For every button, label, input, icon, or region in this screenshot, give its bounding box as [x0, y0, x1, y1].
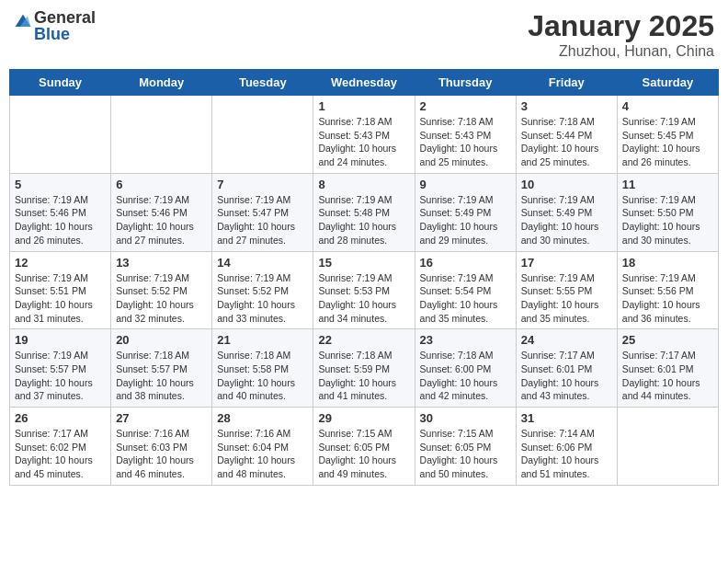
day-info: Sunrise: 7:17 AM Sunset: 6:01 PM Dayligh… — [521, 349, 612, 403]
day-number: 12 — [15, 256, 106, 270]
calendar-week-row: 19Sunrise: 7:19 AM Sunset: 5:57 PM Dayli… — [10, 329, 719, 408]
day-number: 14 — [217, 256, 308, 270]
weekday-header-cell: Tuesday — [212, 70, 313, 96]
day-number: 10 — [521, 178, 612, 191]
weekday-header-cell: Friday — [516, 70, 617, 96]
day-number: 20 — [116, 333, 207, 347]
location-text: Zhuzhou, Hunan, China — [528, 43, 714, 60]
day-info: Sunrise: 7:19 AM Sunset: 5:47 PM Dayligh… — [217, 193, 308, 247]
day-info: Sunrise: 7:14 AM Sunset: 6:06 PM Dayligh… — [521, 427, 612, 481]
calendar-cell: 8Sunrise: 7:19 AM Sunset: 5:48 PM Daylig… — [313, 173, 415, 251]
day-number: 22 — [318, 333, 409, 347]
day-number: 25 — [622, 333, 713, 347]
calendar-cell: 27Sunrise: 7:16 AM Sunset: 6:03 PM Dayli… — [111, 408, 212, 486]
calendar-cell: 16Sunrise: 7:19 AM Sunset: 5:54 PM Dayli… — [415, 251, 516, 329]
calendar-cell — [617, 408, 718, 486]
calendar-cell: 2Sunrise: 7:18 AM Sunset: 5:43 PM Daylig… — [415, 96, 516, 174]
calendar-cell: 26Sunrise: 7:17 AM Sunset: 6:02 PM Dayli… — [10, 408, 111, 486]
calendar-cell: 15Sunrise: 7:19 AM Sunset: 5:53 PM Dayli… — [313, 251, 415, 329]
day-number: 30 — [420, 411, 511, 425]
day-number: 3 — [521, 99, 612, 113]
day-number: 16 — [420, 256, 511, 270]
calendar-cell: 29Sunrise: 7:15 AM Sunset: 6:05 PM Dayli… — [313, 408, 415, 486]
day-info: Sunrise: 7:19 AM Sunset: 5:50 PM Dayligh… — [622, 193, 713, 247]
day-number: 8 — [318, 178, 409, 191]
calendar-cell: 1Sunrise: 7:18 AM Sunset: 5:43 PM Daylig… — [313, 96, 415, 174]
month-title: January 2025 — [528, 9, 714, 43]
calendar-cell: 5Sunrise: 7:19 AM Sunset: 5:46 PM Daylig… — [10, 173, 111, 251]
day-number: 24 — [521, 333, 612, 347]
day-number: 19 — [15, 333, 106, 347]
day-info: Sunrise: 7:17 AM Sunset: 6:02 PM Dayligh… — [15, 427, 106, 481]
day-info: Sunrise: 7:16 AM Sunset: 6:03 PM Dayligh… — [116, 427, 207, 481]
day-info: Sunrise: 7:18 AM Sunset: 5:58 PM Dayligh… — [217, 349, 308, 403]
day-number: 11 — [622, 178, 713, 191]
calendar-week-row: 26Sunrise: 7:17 AM Sunset: 6:02 PM Dayli… — [10, 408, 719, 486]
weekday-header-cell: Wednesday — [313, 70, 415, 96]
day-number: 29 — [318, 411, 409, 425]
day-number: 1 — [318, 99, 409, 113]
day-info: Sunrise: 7:19 AM Sunset: 5:48 PM Dayligh… — [318, 193, 409, 247]
calendar-week-row: 12Sunrise: 7:19 AM Sunset: 5:51 PM Dayli… — [10, 251, 719, 329]
day-number: 17 — [521, 256, 612, 270]
day-info: Sunrise: 7:19 AM Sunset: 5:49 PM Dayligh… — [420, 193, 511, 247]
calendar-cell: 23Sunrise: 7:18 AM Sunset: 6:00 PM Dayli… — [415, 329, 516, 408]
weekday-header-row: SundayMondayTuesdayWednesdayThursdayFrid… — [10, 70, 719, 96]
calendar-cell: 4Sunrise: 7:19 AM Sunset: 5:45 PM Daylig… — [617, 96, 718, 174]
calendar-cell: 24Sunrise: 7:17 AM Sunset: 6:01 PM Dayli… — [516, 329, 617, 408]
day-info: Sunrise: 7:19 AM Sunset: 5:52 PM Dayligh… — [116, 271, 207, 326]
day-info: Sunrise: 7:18 AM Sunset: 5:43 PM Dayligh… — [318, 115, 409, 169]
day-info: Sunrise: 7:19 AM Sunset: 5:57 PM Dayligh… — [15, 349, 106, 403]
calendar-cell: 30Sunrise: 7:15 AM Sunset: 6:05 PM Dayli… — [415, 408, 516, 486]
day-number: 9 — [420, 178, 511, 191]
calendar-cell: 14Sunrise: 7:19 AM Sunset: 5:52 PM Dayli… — [212, 251, 313, 329]
logo-icon — [14, 13, 32, 31]
calendar-week-row: 5Sunrise: 7:19 AM Sunset: 5:46 PM Daylig… — [10, 173, 719, 251]
day-number: 18 — [622, 256, 713, 270]
day-number: 13 — [116, 256, 207, 270]
day-info: Sunrise: 7:19 AM Sunset: 5:56 PM Dayligh… — [622, 271, 713, 326]
logo: General Blue — [14, 9, 96, 42]
day-info: Sunrise: 7:19 AM Sunset: 5:51 PM Dayligh… — [15, 271, 106, 326]
calendar-cell: 17Sunrise: 7:19 AM Sunset: 5:55 PM Dayli… — [516, 251, 617, 329]
calendar-cell — [111, 96, 212, 174]
weekday-header-cell: Thursday — [415, 70, 516, 96]
weekday-header-cell: Sunday — [10, 70, 111, 96]
day-number: 6 — [116, 178, 207, 191]
calendar-cell: 6Sunrise: 7:19 AM Sunset: 5:46 PM Daylig… — [111, 173, 212, 251]
logo-blue-text: Blue — [34, 25, 70, 43]
title-block: January 2025 Zhuzhou, Hunan, China — [528, 9, 714, 60]
calendar-cell — [212, 96, 313, 174]
calendar-cell: 13Sunrise: 7:19 AM Sunset: 5:52 PM Dayli… — [111, 251, 212, 329]
day-number: 5 — [15, 178, 106, 191]
calendar-cell: 21Sunrise: 7:18 AM Sunset: 5:58 PM Dayli… — [212, 329, 313, 408]
calendar-cell: 18Sunrise: 7:19 AM Sunset: 5:56 PM Dayli… — [617, 251, 718, 329]
day-number: 7 — [217, 178, 308, 191]
day-info: Sunrise: 7:18 AM Sunset: 5:44 PM Dayligh… — [521, 115, 612, 169]
calendar-cell: 22Sunrise: 7:18 AM Sunset: 5:59 PM Dayli… — [313, 329, 415, 408]
day-number: 31 — [521, 411, 612, 425]
day-number: 2 — [420, 99, 511, 113]
day-info: Sunrise: 7:18 AM Sunset: 5:57 PM Dayligh… — [116, 349, 207, 403]
day-info: Sunrise: 7:19 AM Sunset: 5:55 PM Dayligh… — [521, 271, 612, 326]
weekday-header-cell: Saturday — [617, 70, 718, 96]
calendar-cell: 12Sunrise: 7:19 AM Sunset: 5:51 PM Dayli… — [10, 251, 111, 329]
day-info: Sunrise: 7:18 AM Sunset: 6:00 PM Dayligh… — [420, 349, 511, 403]
day-number: 27 — [116, 411, 207, 425]
day-info: Sunrise: 7:18 AM Sunset: 5:43 PM Dayligh… — [420, 115, 511, 169]
logo-general-text: General — [34, 8, 96, 27]
day-info: Sunrise: 7:19 AM Sunset: 5:46 PM Dayligh… — [15, 193, 106, 247]
day-info: Sunrise: 7:18 AM Sunset: 5:59 PM Dayligh… — [318, 349, 409, 403]
day-number: 15 — [318, 256, 409, 270]
page-header: General Blue January 2025 Zhuzhou, Hunan… — [9, 9, 719, 60]
day-number: 4 — [622, 99, 713, 113]
day-info: Sunrise: 7:19 AM Sunset: 5:52 PM Dayligh… — [217, 271, 308, 326]
calendar-cell: 10Sunrise: 7:19 AM Sunset: 5:49 PM Dayli… — [516, 173, 617, 251]
day-info: Sunrise: 7:19 AM Sunset: 5:46 PM Dayligh… — [116, 193, 207, 247]
calendar-cell: 31Sunrise: 7:14 AM Sunset: 6:06 PM Dayli… — [516, 408, 617, 486]
day-info: Sunrise: 7:15 AM Sunset: 6:05 PM Dayligh… — [420, 427, 511, 481]
calendar-table: SundayMondayTuesdayWednesdayThursdayFrid… — [9, 69, 719, 486]
day-info: Sunrise: 7:19 AM Sunset: 5:45 PM Dayligh… — [622, 115, 713, 169]
day-number: 23 — [420, 333, 511, 347]
day-info: Sunrise: 7:16 AM Sunset: 6:04 PM Dayligh… — [217, 427, 308, 481]
